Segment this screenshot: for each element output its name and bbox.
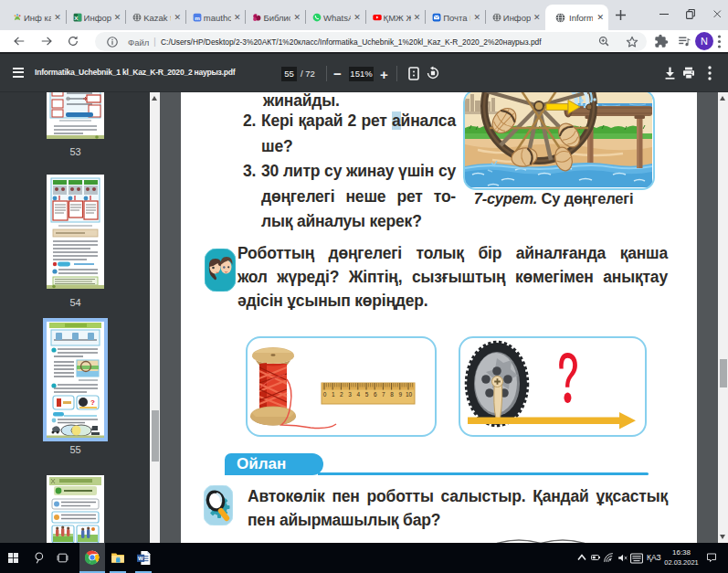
svg-text:4: 4 [356,391,360,398]
svg-text:7: 7 [382,391,385,398]
svg-text:m: m [195,15,200,21]
svg-text:?: ? [90,398,95,407]
svg-text:3: 3 [348,391,352,398]
svg-text:0: 0 [323,391,327,398]
svg-text:2: 2 [340,391,343,398]
svg-text:10: 10 [406,391,413,398]
svg-text:5: 5 [365,391,369,398]
svg-text:8: 8 [390,391,394,398]
svg-text:9: 9 [398,391,402,398]
svg-text:6: 6 [374,391,377,398]
svg-text:1: 1 [332,391,335,398]
svg-text:W: W [138,555,143,561]
